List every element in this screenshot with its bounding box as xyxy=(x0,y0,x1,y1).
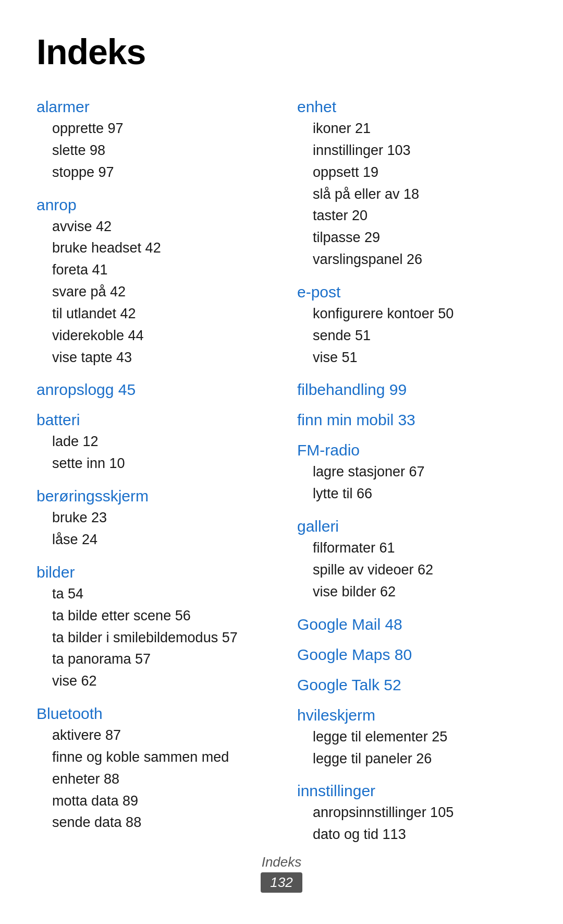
column-1: enhetikoner 21innstillinger 103oppsett 1… xyxy=(297,98,527,858)
footer-page: 132 xyxy=(261,872,302,893)
list-item: foreta 41 xyxy=(52,259,266,281)
section-heading-1-0: enhet xyxy=(297,98,527,116)
section-1-7: Google Maps 80 xyxy=(297,646,527,666)
section-heading-1-4: FM-radio xyxy=(297,441,527,459)
list-item: motta data 89 xyxy=(52,790,266,812)
section-heading-1-10: innstillinger xyxy=(297,782,527,800)
list-item: låse 24 xyxy=(52,529,266,551)
section-items-1-0: ikoner 21innstillinger 103oppsett 19slå … xyxy=(297,118,527,271)
section-items-0-4: bruke 23låse 24 xyxy=(36,507,266,551)
list-item: vise 51 xyxy=(313,347,527,369)
section-heading-1-1: e-post xyxy=(297,283,527,301)
section-heading-1-5: galleri xyxy=(297,518,527,535)
list-item: filformater 61 xyxy=(313,537,527,559)
list-item: sette inn 10 xyxy=(52,453,266,475)
list-item: sende 51 xyxy=(313,325,527,347)
list-item: lytte til 66 xyxy=(313,483,527,505)
section-heading-0-1: anrop xyxy=(36,196,266,214)
section-0-6: Bluetoothaktivere 87finne og koble samme… xyxy=(36,705,266,836)
list-item: stoppe 97 xyxy=(52,162,266,184)
list-item: slå på eller av 18 xyxy=(313,184,527,206)
section-1-10: innstillingeranropsinnstillinger 105dato… xyxy=(297,782,527,848)
section-1-9: hvileskjermlegge til elementer 25legge t… xyxy=(297,706,527,772)
section-items-0-6: aktivere 87finne og koble sammen med enh… xyxy=(36,725,266,834)
section-heading-1-9: hvileskjerm xyxy=(297,706,527,724)
section-1-5: gallerifilformater 61spille av videoer 6… xyxy=(297,518,527,605)
section-items-1-10: anropsinnstillinger 105dato og tid 113 xyxy=(297,802,527,846)
list-item: innstillinger 103 xyxy=(313,140,527,162)
list-item: legge til paneler 26 xyxy=(313,748,527,770)
section-1-8: Google Talk 52 xyxy=(297,676,527,696)
section-heading-0-0: alarmer xyxy=(36,98,266,116)
section-1-3: finn min mobil 33 xyxy=(297,411,527,431)
list-item: sende data 88 xyxy=(52,812,266,834)
list-item: viderekoble 44 xyxy=(52,325,266,347)
list-item: ta panorama 57 xyxy=(52,649,266,670)
section-items-1-1: konfigurere kontoer 50sende 51vise 51 xyxy=(297,303,527,369)
section-1-1: e-postkonfigurere kontoer 50sende 51vise… xyxy=(297,283,527,371)
list-item: vise tapte 43 xyxy=(52,347,266,369)
section-items-1-5: filformater 61spille av videoer 62vise b… xyxy=(297,537,527,603)
section-heading-1-8: Google Talk 52 xyxy=(297,676,527,694)
section-heading-1-6: Google Mail 48 xyxy=(297,616,527,633)
section-heading-0-2: anropslogg 45 xyxy=(36,381,266,399)
section-items-0-1: avvise 42bruke headset 42foreta 41svare … xyxy=(36,216,266,369)
list-item: ikoner 21 xyxy=(313,118,527,140)
list-item: tilpasse 29 xyxy=(313,227,527,249)
section-items-1-9: legge til elementer 25legge til paneler … xyxy=(297,726,527,770)
list-item: avvise 42 xyxy=(52,216,266,238)
section-heading-1-3: finn min mobil 33 xyxy=(297,411,527,429)
column-0: alarmeropprette 97slette 98stoppe 97anro… xyxy=(36,98,266,846)
section-items-0-3: lade 12sette inn 10 xyxy=(36,431,266,475)
section-1-0: enhetikoner 21innstillinger 103oppsett 1… xyxy=(297,98,527,273)
footer: Indeks 132 xyxy=(0,854,563,893)
section-1-4: FM-radiolagre stasjoner 67lytte til 66 xyxy=(297,441,527,507)
list-item: aktivere 87 xyxy=(52,725,266,747)
list-item: ta bilder i smilebildemodus 57 xyxy=(52,627,266,649)
list-item: lade 12 xyxy=(52,431,266,453)
section-heading-0-5: bilder xyxy=(36,563,266,581)
list-item: bruke headset 42 xyxy=(52,237,266,259)
list-item: ta 54 xyxy=(52,583,266,605)
list-item: til utlandet 42 xyxy=(52,303,266,325)
section-0-5: bilderta 54ta bilde etter scene 56ta bil… xyxy=(36,563,266,694)
list-item: bruke 23 xyxy=(52,507,266,529)
section-0-3: batterilade 12sette inn 10 xyxy=(36,411,266,477)
section-1-6: Google Mail 48 xyxy=(297,616,527,635)
page-title: Indeks xyxy=(36,31,527,72)
section-0-2: anropslogg 45 xyxy=(36,381,266,401)
list-item: oppsett 19 xyxy=(313,162,527,184)
list-item: varslingspanel 26 xyxy=(313,249,527,271)
section-heading-1-2: filbehandling 99 xyxy=(297,381,527,399)
list-item: legge til elementer 25 xyxy=(313,726,527,748)
section-items-1-4: lagre stasjoner 67lytte til 66 xyxy=(297,461,527,505)
list-item: anropsinnstillinger 105 xyxy=(313,802,527,824)
list-item: taster 20 xyxy=(313,205,527,227)
list-item: konfigurere kontoer 50 xyxy=(313,303,527,325)
list-item: slette 98 xyxy=(52,140,266,162)
list-item: vise 62 xyxy=(52,670,266,692)
section-items-0-0: opprette 97slette 98stoppe 97 xyxy=(36,118,266,184)
list-item: lagre stasjoner 67 xyxy=(313,461,527,483)
list-item: finne og koble sammen med enheter 88 xyxy=(52,747,266,790)
list-item: opprette 97 xyxy=(52,118,266,140)
section-heading-1-7: Google Maps 80 xyxy=(297,646,527,664)
list-item: svare på 42 xyxy=(52,281,266,303)
section-heading-0-3: batteri xyxy=(36,411,266,429)
section-0-4: berøringsskjermbruke 23låse 24 xyxy=(36,487,266,553)
footer-label: Indeks xyxy=(0,854,563,870)
list-item: spille av videoer 62 xyxy=(313,559,527,581)
section-0-0: alarmeropprette 97slette 98stoppe 97 xyxy=(36,98,266,186)
list-item: vise bilder 62 xyxy=(313,581,527,603)
section-1-2: filbehandling 99 xyxy=(297,381,527,401)
index-container: alarmeropprette 97slette 98stoppe 97anro… xyxy=(36,98,527,858)
list-item: dato og tid 113 xyxy=(313,824,527,846)
section-items-0-5: ta 54ta bilde etter scene 56ta bilder i … xyxy=(36,583,266,692)
section-heading-0-6: Bluetooth xyxy=(36,705,266,723)
section-0-1: anropavvise 42bruke headset 42foreta 41s… xyxy=(36,196,266,371)
list-item: ta bilde etter scene 56 xyxy=(52,605,266,627)
section-heading-0-4: berøringsskjerm xyxy=(36,487,266,505)
